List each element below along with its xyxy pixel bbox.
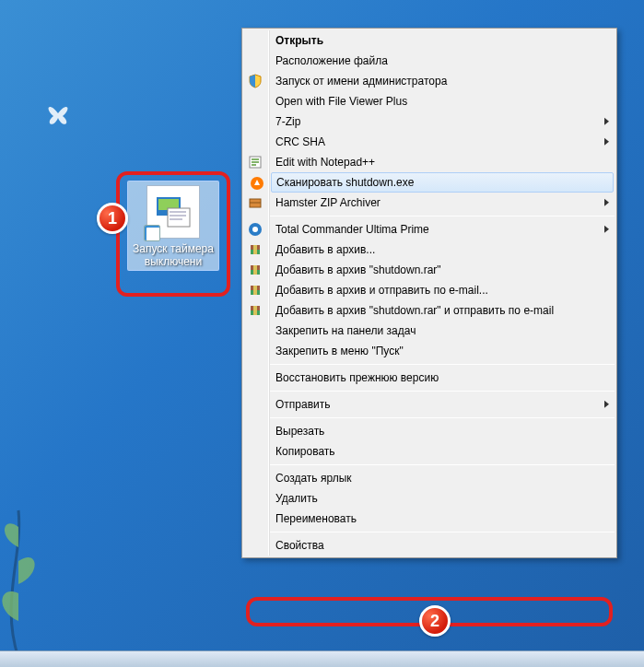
- winrar-icon: [248, 242, 263, 257]
- shortcut-label: Запуск таймера выключени: [132, 242, 215, 268]
- context-menu-item[interactable]: Переименовать: [270, 509, 615, 529]
- context-menu-item-label: Расположение файла: [275, 54, 388, 67]
- context-menu-item-label: Копировать: [275, 445, 335, 458]
- context-menu-item-label: Создать ярлык: [275, 472, 352, 485]
- desktop-shortcut-selected[interactable]: Запуск таймера выключени: [116, 171, 230, 297]
- svg-rect-22: [253, 286, 257, 295]
- context-menu-item-label: Total Commander Ultima Prime: [275, 223, 429, 236]
- context-menu-item[interactable]: Копировать: [270, 441, 615, 462]
- avast-icon: [250, 176, 264, 191]
- context-menu-item-label: Добавить в архив и отправить по e-mail..…: [275, 284, 488, 297]
- context-menu-item-label: Добавить в архив "shutdown.rar" и отправ…: [275, 304, 554, 317]
- context-menu-item-label: Переименовать: [275, 512, 357, 525]
- winrar-icon: [248, 263, 263, 277]
- context-menu-item-label: Добавить в архив...: [275, 243, 375, 256]
- context-menu-separator: [270, 364, 615, 365]
- context-menu-item-label: CRC SHA: [275, 135, 325, 148]
- context-menu-item[interactable]: Закрепить в меню "Пуск": [270, 341, 615, 361]
- winrar-icon: [248, 283, 263, 298]
- context-menu-separator: [270, 464, 615, 465]
- context-menu-item[interactable]: Восстановить прежнюю версию: [270, 368, 615, 388]
- winrar-icon: [248, 303, 263, 318]
- context-menu-item[interactable]: Запуск от имени администратора: [270, 71, 615, 91]
- context-menu-item[interactable]: 7-Zip: [270, 111, 615, 132]
- decorative-plant: [0, 474, 46, 658]
- context-menu-item-label: Добавить в архив "shutdown.rar": [275, 263, 441, 276]
- submenu-arrow-icon: [604, 118, 609, 125]
- taskbar[interactable]: [0, 650, 644, 667]
- context-menu-item[interactable]: CRC SHA: [270, 132, 615, 152]
- context-menu-item-label: Вырезать: [275, 425, 324, 438]
- context-menu-item-label: Запуск от имени администратора: [275, 75, 447, 88]
- submenu-arrow-icon: [604, 138, 609, 146]
- context-menu-item[interactable]: Open with File Viewer Plus: [270, 91, 615, 111]
- context-menu-item[interactable]: Закрепить на панели задач: [270, 321, 615, 341]
- context-menu-item-label: Edit with Notepad++: [275, 156, 375, 169]
- context-menu: ОткрытьРасположение файлаЗапуск от имени…: [241, 28, 617, 558]
- shortcut-thumbnail-icon: [146, 185, 200, 239]
- context-menu-item[interactable]: Добавить в архив "shutdown.rar": [270, 260, 615, 280]
- svg-rect-26: [253, 306, 257, 315]
- shield-icon: [248, 74, 263, 88]
- context-menu-item[interactable]: Открыть: [270, 30, 615, 51]
- tc-icon: [248, 222, 263, 237]
- callout-badge-2: 2: [419, 605, 451, 637]
- submenu-arrow-icon: [604, 401, 609, 408]
- hamster-icon: [248, 195, 263, 210]
- callout-badge-1: 1: [97, 203, 128, 234]
- context-menu-item-label: Восстановить прежнюю версию: [275, 371, 439, 384]
- submenu-arrow-icon: [604, 226, 609, 233]
- context-menu-item[interactable]: Расположение файла: [270, 51, 615, 71]
- context-menu-separator: [270, 417, 615, 418]
- context-menu-item[interactable]: Отправить: [270, 394, 615, 415]
- context-menu-item[interactable]: Вырезать: [270, 421, 615, 441]
- context-menu-item[interactable]: Добавить в архив "shutdown.rar" и отправ…: [270, 300, 615, 321]
- context-menu-separator: [270, 532, 615, 532]
- svg-rect-18: [253, 265, 257, 275]
- decorative-butterfly: [44, 99, 72, 127]
- context-menu-item-label: Закрепить на панели задач: [275, 324, 416, 337]
- svg-rect-14: [253, 245, 257, 254]
- context-menu-item[interactable]: Добавить в архив и отправить по e-mail..…: [270, 280, 615, 300]
- context-menu-separator: [270, 216, 615, 216]
- submenu-arrow-icon: [604, 199, 609, 206]
- context-menu-separator: [270, 391, 615, 392]
- notepad-icon: [248, 155, 263, 170]
- svg-rect-2: [168, 208, 190, 227]
- context-menu-item-label: Сканировать shutdown.exe: [276, 176, 414, 189]
- context-menu-item-label: Свойства: [275, 539, 324, 552]
- context-menu-item[interactable]: Создать ярлык: [270, 468, 615, 488]
- context-menu-item-label: Hamster ZIP Archiver: [275, 196, 381, 209]
- context-menu-item[interactable]: Edit with Notepad++: [270, 152, 615, 172]
- context-menu-item[interactable]: Total Commander Ultima Prime: [270, 219, 615, 240]
- context-menu-item-label: Удалить: [275, 492, 318, 505]
- context-menu-item-label: Open with File Viewer Plus: [275, 95, 407, 108]
- context-menu-item-label: Закрепить в меню "Пуск": [275, 345, 404, 357]
- context-menu-item[interactable]: Удалить: [270, 488, 615, 509]
- context-menu-item[interactable]: Hamster ZIP Archiver: [270, 193, 615, 213]
- context-menu-item-label: Открыть: [275, 34, 323, 47]
- context-menu-item-label: Отправить: [275, 398, 331, 411]
- context-menu-item[interactable]: Свойства: [270, 535, 615, 556]
- context-menu-item[interactable]: Добавить в архив...: [270, 240, 615, 260]
- svg-point-10: [252, 227, 258, 232]
- context-menu-item-label: 7-Zip: [275, 115, 300, 128]
- context-menu-item[interactable]: Сканировать shutdown.exe: [271, 172, 614, 193]
